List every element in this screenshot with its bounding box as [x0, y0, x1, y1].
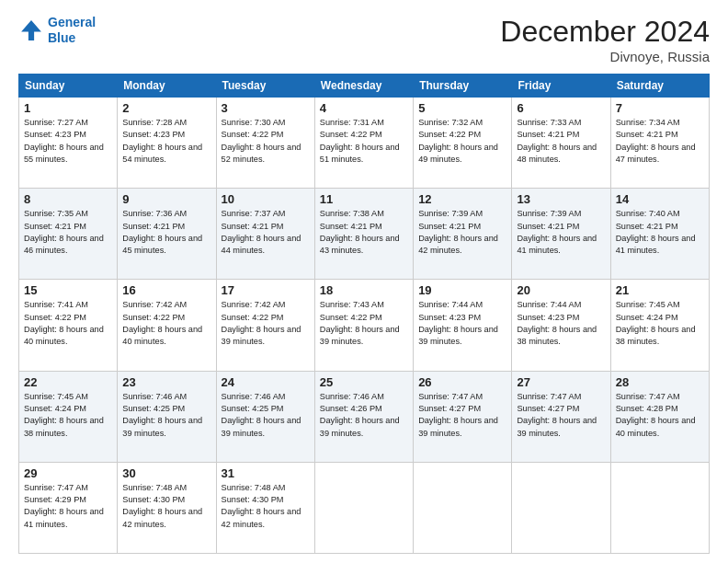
- day-number: 14: [616, 192, 704, 206]
- calendar-header-row: SundayMondayTuesdayWednesdayThursdayFrid…: [19, 75, 710, 98]
- cell-details: Sunrise: 7:46 AMSunset: 4:25 PMDaylight:…: [122, 391, 210, 440]
- weekday-header: Friday: [512, 75, 610, 98]
- calendar-cell: 26Sunrise: 7:47 AMSunset: 4:27 PMDayligh…: [414, 371, 512, 462]
- day-number: 12: [418, 192, 506, 206]
- cell-details: Sunrise: 7:46 AMSunset: 4:26 PMDaylight:…: [320, 391, 408, 440]
- calendar-cell: 10Sunrise: 7:37 AMSunset: 4:21 PMDayligh…: [216, 189, 314, 280]
- calendar-cell: 8Sunrise: 7:35 AMSunset: 4:21 PMDaylight…: [19, 189, 118, 280]
- cell-details: Sunrise: 7:28 AMSunset: 4:23 PMDaylight:…: [122, 117, 210, 166]
- calendar-cell: 22Sunrise: 7:45 AMSunset: 4:24 PMDayligh…: [19, 371, 118, 462]
- day-number: 20: [517, 283, 605, 297]
- calendar-cell: 11Sunrise: 7:38 AMSunset: 4:21 PMDayligh…: [314, 189, 413, 280]
- cell-details: Sunrise: 7:30 AMSunset: 4:22 PMDaylight:…: [222, 117, 310, 166]
- calendar-cell: 16Sunrise: 7:42 AMSunset: 4:22 PMDayligh…: [118, 280, 216, 371]
- cell-details: Sunrise: 7:27 AMSunset: 4:23 PMDaylight:…: [24, 117, 112, 166]
- calendar-cell: [314, 462, 413, 553]
- day-number: 24: [222, 375, 310, 389]
- calendar-week-row: 8Sunrise: 7:35 AMSunset: 4:21 PMDaylight…: [19, 189, 710, 280]
- calendar-cell: 13Sunrise: 7:39 AMSunset: 4:21 PMDayligh…: [512, 189, 610, 280]
- svg-marker-0: [21, 20, 41, 40]
- calendar-week-row: 22Sunrise: 7:45 AMSunset: 4:24 PMDayligh…: [19, 371, 710, 462]
- day-number: 26: [418, 375, 506, 389]
- cell-details: Sunrise: 7:37 AMSunset: 4:21 PMDaylight:…: [222, 208, 310, 257]
- day-number: 25: [320, 375, 408, 389]
- day-number: 10: [222, 192, 310, 206]
- day-number: 5: [418, 101, 506, 115]
- calendar-cell: [414, 462, 512, 553]
- calendar-cell: 20Sunrise: 7:44 AMSunset: 4:23 PMDayligh…: [512, 280, 610, 371]
- day-number: 22: [24, 375, 112, 389]
- day-number: 1: [24, 101, 112, 115]
- day-number: 23: [122, 375, 210, 389]
- cell-details: Sunrise: 7:38 AMSunset: 4:21 PMDaylight:…: [320, 208, 408, 257]
- cell-details: Sunrise: 7:31 AMSunset: 4:22 PMDaylight:…: [320, 117, 408, 166]
- weekday-header: Monday: [118, 75, 216, 98]
- calendar-cell: 24Sunrise: 7:46 AMSunset: 4:25 PMDayligh…: [216, 371, 314, 462]
- cell-details: Sunrise: 7:40 AMSunset: 4:21 PMDaylight:…: [616, 208, 704, 257]
- cell-details: Sunrise: 7:35 AMSunset: 4:21 PMDaylight:…: [24, 208, 112, 257]
- cell-details: Sunrise: 7:39 AMSunset: 4:21 PMDaylight:…: [418, 208, 506, 257]
- weekday-header: Wednesday: [314, 75, 413, 98]
- day-number: 9: [122, 192, 210, 206]
- cell-details: Sunrise: 7:42 AMSunset: 4:22 PMDaylight:…: [222, 299, 310, 348]
- cell-details: Sunrise: 7:41 AMSunset: 4:22 PMDaylight:…: [24, 299, 112, 348]
- logo-icon: [18, 17, 44, 43]
- calendar-cell: 27Sunrise: 7:47 AMSunset: 4:27 PMDayligh…: [512, 371, 610, 462]
- day-number: 28: [616, 375, 704, 389]
- calendar-cell: 30Sunrise: 7:48 AMSunset: 4:30 PMDayligh…: [118, 462, 216, 553]
- calendar-cell: 1Sunrise: 7:27 AMSunset: 4:23 PMDaylight…: [19, 98, 118, 189]
- page: General Blue December 2024 Divnoye, Russ…: [0, 0, 728, 563]
- day-number: 21: [616, 283, 704, 297]
- calendar-cell: 12Sunrise: 7:39 AMSunset: 4:21 PMDayligh…: [414, 189, 512, 280]
- cell-details: Sunrise: 7:33 AMSunset: 4:21 PMDaylight:…: [517, 117, 605, 166]
- cell-details: Sunrise: 7:44 AMSunset: 4:23 PMDaylight:…: [418, 299, 506, 348]
- header: General Blue December 2024 Divnoye, Russ…: [18, 15, 710, 64]
- weekday-header: Sunday: [19, 75, 118, 98]
- day-number: 31: [222, 466, 310, 480]
- cell-details: Sunrise: 7:47 AMSunset: 4:29 PMDaylight:…: [24, 482, 112, 531]
- calendar-week-row: 15Sunrise: 7:41 AMSunset: 4:22 PMDayligh…: [19, 280, 710, 371]
- day-number: 27: [517, 375, 605, 389]
- calendar-cell: 31Sunrise: 7:48 AMSunset: 4:30 PMDayligh…: [216, 462, 314, 553]
- title-area: December 2024 Divnoye, Russia: [500, 15, 710, 64]
- calendar-cell: 5Sunrise: 7:32 AMSunset: 4:22 PMDaylight…: [414, 98, 512, 189]
- day-number: 16: [122, 283, 210, 297]
- day-number: 2: [122, 101, 210, 115]
- logo-text: General Blue: [48, 15, 96, 46]
- calendar-cell: 21Sunrise: 7:45 AMSunset: 4:24 PMDayligh…: [610, 280, 709, 371]
- day-number: 13: [517, 192, 605, 206]
- cell-details: Sunrise: 7:43 AMSunset: 4:22 PMDaylight:…: [320, 299, 408, 348]
- calendar-cell: 29Sunrise: 7:47 AMSunset: 4:29 PMDayligh…: [19, 462, 118, 553]
- day-number: 11: [320, 192, 408, 206]
- cell-details: Sunrise: 7:46 AMSunset: 4:25 PMDaylight:…: [222, 391, 310, 440]
- calendar-cell: 15Sunrise: 7:41 AMSunset: 4:22 PMDayligh…: [19, 280, 118, 371]
- calendar-cell: 23Sunrise: 7:46 AMSunset: 4:25 PMDayligh…: [118, 371, 216, 462]
- logo-line1: General: [48, 15, 96, 29]
- day-number: 3: [222, 101, 310, 115]
- cell-details: Sunrise: 7:48 AMSunset: 4:30 PMDaylight:…: [122, 482, 210, 531]
- cell-details: Sunrise: 7:47 AMSunset: 4:28 PMDaylight:…: [616, 391, 704, 440]
- calendar-week-row: 1Sunrise: 7:27 AMSunset: 4:23 PMDaylight…: [19, 98, 710, 189]
- cell-details: Sunrise: 7:34 AMSunset: 4:21 PMDaylight:…: [616, 117, 704, 166]
- day-number: 4: [320, 101, 408, 115]
- calendar-week-row: 29Sunrise: 7:47 AMSunset: 4:29 PMDayligh…: [19, 462, 710, 553]
- day-number: 15: [24, 283, 112, 297]
- day-number: 7: [616, 101, 704, 115]
- day-number: 29: [24, 466, 112, 480]
- calendar-cell: 3Sunrise: 7:30 AMSunset: 4:22 PMDaylight…: [216, 98, 314, 189]
- day-number: 8: [24, 192, 112, 206]
- calendar-cell: 17Sunrise: 7:42 AMSunset: 4:22 PMDayligh…: [216, 280, 314, 371]
- month-title: December 2024: [500, 15, 710, 49]
- calendar-table: SundayMondayTuesdayWednesdayThursdayFrid…: [18, 74, 710, 554]
- cell-details: Sunrise: 7:39 AMSunset: 4:21 PMDaylight:…: [517, 208, 605, 257]
- weekday-header: Saturday: [610, 75, 709, 98]
- calendar-cell: [512, 462, 610, 553]
- calendar-cell: 4Sunrise: 7:31 AMSunset: 4:22 PMDaylight…: [314, 98, 413, 189]
- weekday-header: Thursday: [414, 75, 512, 98]
- calendar-cell: 6Sunrise: 7:33 AMSunset: 4:21 PMDaylight…: [512, 98, 610, 189]
- calendar-cell: 7Sunrise: 7:34 AMSunset: 4:21 PMDaylight…: [610, 98, 709, 189]
- day-number: 19: [418, 283, 506, 297]
- cell-details: Sunrise: 7:32 AMSunset: 4:22 PMDaylight:…: [418, 117, 506, 166]
- location: Divnoye, Russia: [500, 49, 710, 64]
- cell-details: Sunrise: 7:48 AMSunset: 4:30 PMDaylight:…: [222, 482, 310, 531]
